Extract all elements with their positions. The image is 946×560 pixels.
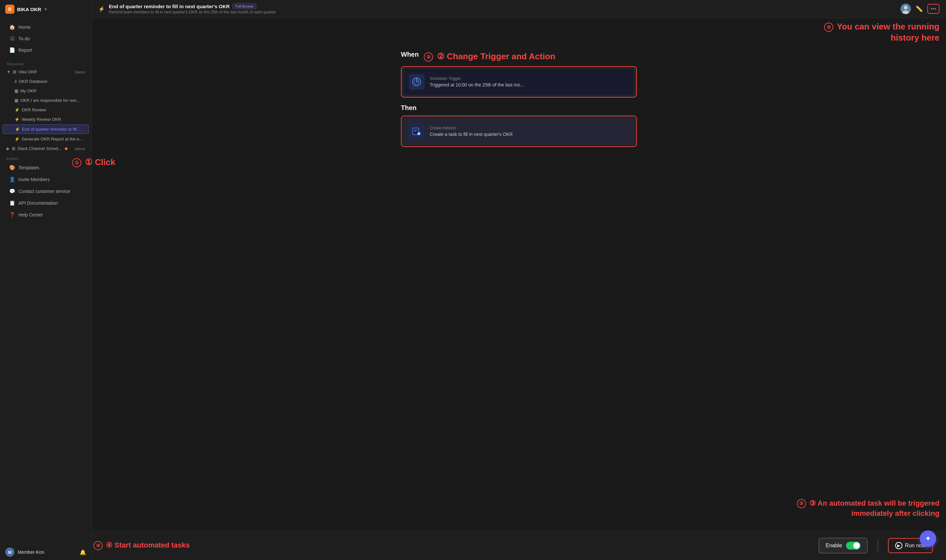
sidebar-item-todo[interactable]: ☑ To-do	[3, 33, 89, 44]
action-card-wrapper[interactable]: Create mission Create a task to fill in …	[401, 115, 637, 147]
explore-label: Explore	[0, 153, 91, 162]
vika-okr-count: 7piece	[74, 70, 85, 74]
trigger-desc: Triggered at 10:00 on the 25th of the la…	[430, 82, 524, 88]
sidebar-item-generate-report[interactable]: ⚡ Generate OKR Report at the e...	[3, 135, 89, 143]
more-button[interactable]: •••	[927, 4, 940, 14]
generate-report-label: Generate OKR Report at the e...	[22, 137, 83, 142]
divider	[878, 539, 878, 552]
sidebar-item-templates[interactable]: 🎨 Templates	[3, 162, 89, 173]
trigger-card-wrapper[interactable]: Scheduler Trigger Triggered at 10:00 on …	[401, 66, 637, 98]
sidebar-item-okr-database[interactable]: # OKR Database	[3, 77, 89, 86]
sidebar-item-report[interactable]: 📄 Report	[3, 45, 89, 56]
annotation-2-text: ② Change Trigger and Action	[437, 51, 556, 61]
trigger-card: Scheduler Trigger Triggered at 10:00 on …	[403, 69, 634, 95]
enable-toggle[interactable]	[846, 542, 860, 549]
sidebar-item-home-label: Home	[19, 25, 31, 30]
edit-button[interactable]: ✏️	[914, 4, 924, 14]
report-icon: 📄	[9, 47, 15, 53]
annotation-4-text: ④ Start automated tasks	[106, 541, 190, 549]
user-name: Member-Kon	[18, 549, 44, 555]
grid-icon: ⊞	[13, 69, 16, 74]
app-icon: B	[5, 5, 14, 14]
sidebar-item-invite[interactable]: 👤 Invite Members	[3, 174, 89, 185]
bolt-icon: ⚡	[14, 108, 20, 112]
fab-button[interactable]: ✦	[920, 531, 936, 547]
help-icon: ❓	[9, 212, 15, 218]
vika-okr-label: Vika OKR	[19, 69, 37, 74]
enable-label: Enable	[826, 543, 842, 549]
enable-toggle-area[interactable]: Enable	[818, 538, 868, 554]
sidebar-item-okr-responsible[interactable]: ▦ OKR I am responsible for revi...	[3, 96, 89, 105]
circle-2: ②	[424, 52, 433, 62]
notification-icon: 🔔	[80, 549, 86, 555]
action-type-label: Create mission	[430, 126, 513, 130]
main-content: ⚡ End of quarter reminder to fill in nex…	[92, 0, 946, 560]
sidebar-item-end-quarter[interactable]: ⚡ End of quarter reminder to fill ...	[3, 125, 89, 134]
bolt2-icon: ⚡	[14, 117, 20, 122]
annotation-5: ⑤ You can view the running history here	[802, 21, 940, 43]
annotation-4: ④ ④ Start automated tasks	[93, 541, 190, 550]
api-icon: 📋	[9, 200, 15, 206]
sidebar-item-okr-review[interactable]: ⚡ OKR Review	[3, 105, 89, 114]
vika-okr-group[interactable]: ▼ ⊞ Vika OKR 7piece	[3, 68, 89, 76]
app-name: BIKA OKR	[17, 6, 41, 12]
sidebar-item-my-okr[interactable]: ▦ My OKR	[3, 86, 89, 95]
fab-icon: ✦	[925, 534, 931, 543]
sidebar-header[interactable]: B BIKA OKR ▾	[0, 0, 91, 18]
home-icon: 🏠	[9, 24, 15, 30]
my-okr-label: My OKR	[20, 88, 36, 93]
bolt3-icon: ⚡	[15, 127, 20, 132]
sidebar-item-api[interactable]: 📋 API Documentation	[3, 197, 89, 209]
sidebar-item-weekly-review[interactable]: ⚡ Weekly Review OKR	[3, 115, 89, 124]
user-avatar-topbar	[900, 4, 911, 14]
sidebar-item-contact[interactable]: 💬 Contact customer service	[3, 186, 89, 197]
topbar-info: End of quarter reminder to fill in next …	[109, 3, 897, 14]
okr-responsible-label: OKR I am responsible for revi...	[20, 98, 80, 103]
annotation-5-text: You can view the running history here	[837, 22, 940, 43]
user-row[interactable]: M Member-Kon 🔔	[0, 544, 91, 560]
then-label: Then	[401, 104, 637, 112]
app-dropdown-arrow: ▾	[45, 6, 47, 12]
sidebar-item-help[interactable]: ❓ Help Center	[3, 209, 89, 220]
grid2-icon: ▦	[14, 88, 19, 93]
sidebar-nav: 🏠 Home ☑ To-do 📄 Report	[0, 18, 91, 58]
workflow-container: When ② ② Change Trigger and Action	[401, 51, 637, 154]
grid4-icon: ⊞	[12, 146, 15, 151]
help-label: Help Center	[19, 212, 43, 217]
todo-icon: ☑	[9, 36, 15, 42]
templates-label: Templates	[19, 165, 39, 170]
hash-icon: #	[14, 79, 17, 84]
action-desc: Create a task to fill in next quarter's …	[430, 132, 513, 137]
sidebar-item-report-label: Report	[19, 48, 32, 53]
expand2-icon: ▶	[6, 146, 10, 151]
slack-channel-group[interactable]: ▶ ⊞ Slack Channel Sched... 1piece	[3, 144, 89, 153]
slack-count: 1piece	[74, 147, 85, 151]
okr-database-label: OKR Database	[19, 79, 47, 84]
sidebar-item-todo-label: To-do	[19, 36, 30, 41]
trigger-type-label: Scheduler Trigger	[430, 76, 524, 81]
toggle-knob	[853, 542, 860, 549]
automation-bolt-icon: ⚡	[98, 6, 105, 12]
contact-label: Contact customer service	[19, 189, 70, 194]
sidebar-item-home[interactable]: 🏠 Home	[3, 22, 89, 33]
sidebar: B BIKA OKR ▾ 🏠 Home ☑ To-do 📄 Report Res…	[0, 0, 92, 560]
action-icon-box	[409, 123, 424, 139]
bolt4-icon: ⚡	[14, 137, 20, 142]
action-card: Create mission Create a task to fill in …	[403, 118, 634, 145]
topbar-actions: ✏️ •••	[900, 4, 940, 14]
bottom-bar: ③ ③ An automated task will be triggered …	[92, 531, 946, 560]
warning-dot	[65, 148, 68, 150]
trigger-info: Scheduler Trigger Triggered at 10:00 on …	[430, 76, 524, 88]
slack-label: Slack Channel Sched...	[17, 146, 62, 151]
resources-label: Resources	[0, 58, 91, 67]
svg-point-1	[903, 11, 909, 14]
expand-icon: ▼	[6, 69, 11, 74]
weekly-review-label: Weekly Review OKR	[22, 117, 61, 122]
content-area: ⑤ You can view the running history here …	[92, 18, 946, 531]
svg-point-0	[904, 6, 907, 9]
api-label: API Documentation	[19, 200, 58, 206]
circle-5: ⑤	[824, 23, 833, 32]
grid3-icon: ▦	[14, 98, 19, 103]
when-row: When ② ② Change Trigger and Action	[401, 51, 637, 62]
trigger-icon-box	[409, 74, 424, 90]
